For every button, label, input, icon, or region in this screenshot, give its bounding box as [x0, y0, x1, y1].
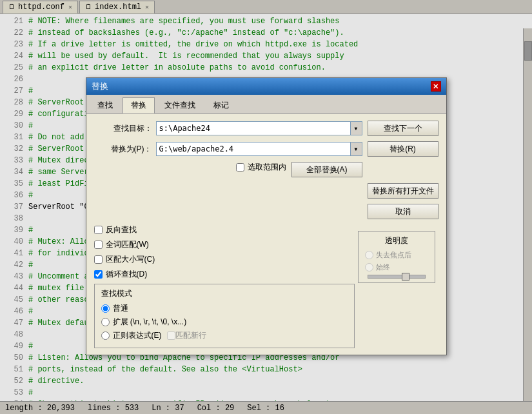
replace-input-container: ▼: [156, 142, 362, 156]
trans-focus-label: 失去焦点后: [376, 250, 411, 260]
dialog-titlebar: 替换 ✕: [86, 78, 446, 95]
radio-normal: 普通: [101, 303, 348, 314]
radio-extended: 扩展 (\n, \r, \t, \0, \x...): [101, 317, 348, 328]
replace-all-button[interactable]: 全部替换(A): [291, 162, 362, 177]
whole-word-label: 全词匹配(W): [106, 239, 149, 250]
modal-overlay: 替换 ✕ 查找 替换 文件查找 标记 查找目标：: [0, 0, 532, 414]
trans-focus-radio: [365, 251, 373, 259]
scope-row: 选取范围内: [236, 162, 286, 173]
radio-regex: 正则表达式(E) 匹配新行: [101, 330, 348, 341]
replace-dialog: 替换 ✕ 查找 替换 文件查找 标记 查找目标：: [86, 77, 447, 355]
trans-always-label: 始终: [376, 262, 390, 272]
dialog-close-button[interactable]: ✕: [431, 81, 441, 92]
slider-track[interactable]: [368, 275, 426, 279]
mode-group-label: 查找模式: [101, 288, 348, 299]
match-newline-checkbox: [167, 331, 175, 340]
cancel-button[interactable]: 取消: [368, 204, 438, 219]
whole-word-checkbox[interactable]: [94, 241, 103, 249]
replace-all-open-button[interactable]: 替换所有打开文件: [368, 183, 438, 199]
mode-extended-radio[interactable]: [101, 318, 110, 326]
loop-checkbox[interactable]: [94, 270, 103, 279]
find-next-button[interactable]: 查找下一个: [368, 121, 438, 136]
replace-dropdown[interactable]: ▼: [351, 142, 362, 156]
match-newline-row: 匹配新行: [167, 330, 206, 341]
two-col-section: 反向查找 全词匹配(W) 区配大小写(C) 循环查找(D): [94, 224, 438, 348]
match-case-label: 区配大小写(C): [106, 254, 155, 265]
mode-group: 查找模式 普通 扩展 (\n, \r, \t, \0, \x...) 正则表达式…: [94, 284, 355, 348]
transparency-label: 透明度: [365, 235, 428, 246]
find-input[interactable]: [156, 121, 351, 135]
dialog-tab-file-find[interactable]: 文件查找: [156, 97, 204, 113]
dialog-tab-mark[interactable]: 标记: [205, 97, 237, 113]
dialog-title: 替换: [92, 81, 108, 92]
checkbox-match-case: 区配大小写(C): [94, 254, 355, 265]
right-col: 透明度 失去焦点后 始终: [355, 224, 438, 348]
replace-btn-col: 替换(R): [368, 141, 438, 157]
dialog-tab-find[interactable]: 查找: [89, 97, 121, 113]
match-case-checkbox[interactable]: [94, 255, 103, 264]
mode-regex-label: 正则表达式(E): [113, 330, 162, 341]
slider-thumb[interactable]: [402, 273, 409, 281]
mode-extended-label: 扩展 (\n, \r, \t, \0, \x...): [113, 317, 187, 328]
scope-label: 选取范围内: [248, 162, 286, 173]
checkbox-whole-word: 全词匹配(W): [94, 239, 355, 250]
trans-focus-row: 失去焦点后: [365, 250, 428, 260]
replace-input[interactable]: [156, 142, 351, 156]
find-dropdown[interactable]: ▼: [351, 121, 362, 135]
trans-always-radio: [365, 263, 373, 271]
transparency-group: 透明度 失去焦点后 始终: [358, 231, 435, 283]
dialog-body: 查找目标： ▼ 查找下一个 替换为(P)： ▼ 替换(R): [86, 114, 446, 355]
replace-button[interactable]: 替换(R): [368, 141, 438, 157]
reverse-label: 反向查找: [106, 224, 137, 235]
find-row: 查找目标： ▼ 查找下一个: [94, 121, 438, 136]
replace-label: 替换为(P)：: [94, 144, 152, 155]
mode-regex-radio[interactable]: [101, 331, 110, 340]
replace-row: 替换为(P)： ▼ 替换(R): [94, 141, 438, 157]
slider-container: [365, 275, 428, 279]
mode-normal-label: 普通: [113, 303, 128, 314]
dialog-tabs: 查找 替换 文件查找 标记: [86, 95, 446, 114]
dialog-tab-replace[interactable]: 替换: [123, 97, 155, 113]
trans-always-row: 始终: [365, 262, 428, 272]
mode-normal-radio[interactable]: [101, 304, 110, 313]
scope-checkbox[interactable]: [236, 163, 244, 172]
find-label: 查找目标：: [94, 123, 152, 134]
find-input-container: ▼: [156, 121, 362, 135]
left-col: 反向查找 全词匹配(W) 区配大小写(C) 循环查找(D): [94, 224, 355, 348]
match-newline-label: 匹配新行: [175, 330, 206, 341]
find-btn-col: 查找下一个: [368, 121, 438, 136]
checkbox-reverse: 反向查找: [94, 224, 355, 235]
loop-label: 循环查找(D): [106, 269, 148, 280]
reverse-checkbox[interactable]: [94, 226, 103, 234]
checkbox-loop: 循环查找(D): [94, 269, 355, 280]
